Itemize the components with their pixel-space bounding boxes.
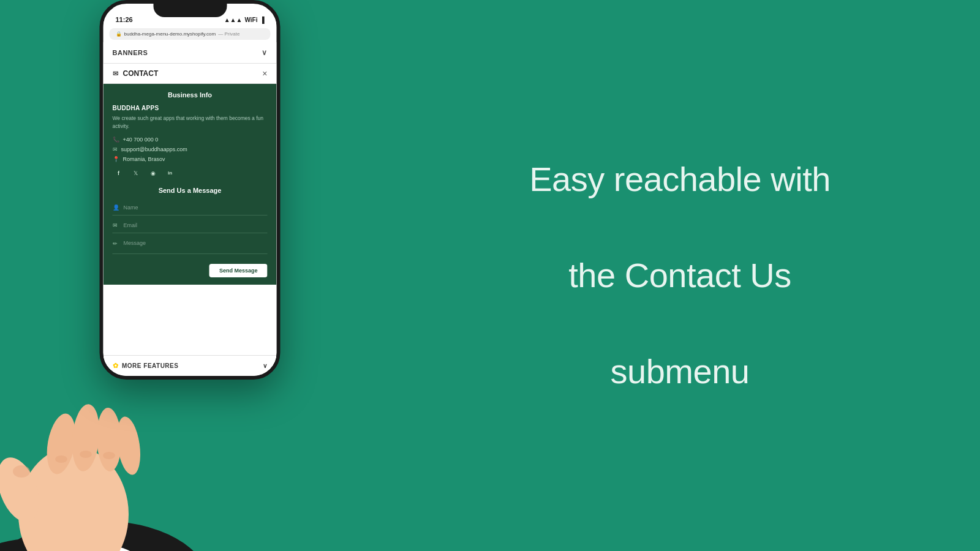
send-message-title: Send Us a Message — [113, 187, 268, 194]
phone-notch — [153, 4, 227, 17]
svg-point-4 — [18, 447, 129, 551]
linkedin-icon[interactable]: in — [164, 167, 176, 179]
company-name: BUDDHA APPS — [113, 105, 268, 111]
contact-header-left: ✉ CONTACT — [113, 69, 159, 78]
tagline-line2: the Contact Us — [568, 256, 791, 294]
send-button-row: Send Message — [113, 259, 268, 277]
svg-point-5 — [0, 452, 47, 528]
svg-point-9 — [113, 415, 143, 476]
business-info-title: Business Info — [113, 91, 268, 99]
svg-point-11 — [80, 451, 92, 458]
close-button[interactable]: × — [262, 69, 267, 78]
tagline-line3: submenu — [611, 352, 750, 391]
email-field-icon: ✉ — [113, 222, 120, 228]
banners-chevron-icon: ∨ — [262, 48, 268, 57]
facebook-icon[interactable]: f — [113, 167, 125, 179]
svg-point-13 — [13, 465, 30, 478]
location-icon: 📍 — [113, 156, 119, 162]
email-address: support@buddhaapps.com — [121, 146, 187, 152]
banners-label: BANNERS — [113, 49, 148, 56]
right-panel: Easy reachable with the Contact Us subme… — [380, 0, 980, 551]
social-icons: f 𝕏 ◉ in — [113, 167, 268, 179]
lock-icon: 🔒 — [116, 31, 122, 37]
svg-point-6 — [43, 411, 80, 476]
location-text: Romania, Brasov — [123, 156, 165, 162]
svg-point-7 — [69, 403, 102, 472]
signal-icon: ▲▲▲ — [224, 17, 243, 23]
phone-icon: 📞 — [113, 137, 119, 143]
tagline-line1: Easy reachable with — [529, 160, 831, 198]
svg-point-2 — [18, 542, 141, 551]
location-row: 📍 Romania, Brasov — [113, 156, 268, 162]
phone-content: BANNERS ∨ ✉ CONTACT × Business Info BUDD… — [104, 42, 277, 372]
twitter-icon[interactable]: 𝕏 — [130, 167, 142, 179]
banners-menu-row[interactable]: BANNERS ∨ — [104, 42, 277, 64]
email-icon: ✉ — [113, 146, 118, 152]
status-icons: ▲▲▲ WiFi ▐ — [224, 17, 265, 23]
contact-label: CONTACT — [123, 69, 159, 78]
more-features-chevron-icon: ∨ — [263, 362, 268, 369]
name-placeholder: Name — [124, 204, 138, 211]
svg-point-8 — [96, 407, 123, 471]
more-features-left: ✿ MORE FEATURES — [113, 362, 179, 370]
phone-row: 📞 +40 700 000 0 — [113, 137, 268, 143]
more-features-row[interactable]: ✿ MORE FEATURES ∨ — [104, 355, 277, 372]
private-label: — Private — [218, 31, 239, 37]
company-description: We create such great apps that working w… — [113, 114, 268, 130]
phone-frame: 11:26 ▲▲▲ WiFi ▐ 🔒 buddha-mega-menu-demo… — [100, 0, 281, 380]
status-time: 11:26 — [116, 16, 133, 23]
url-text: buddha-mega-menu-demo.myshopify.com — [124, 31, 216, 37]
url-bar[interactable]: 🔒 buddha-mega-menu-demo.myshopify.com — … — [110, 28, 271, 40]
svg-point-0 — [0, 520, 208, 551]
name-field[interactable]: 👤 Name — [113, 200, 268, 216]
instagram-icon[interactable]: ◉ — [147, 167, 159, 179]
user-icon: 👤 — [113, 204, 120, 211]
more-features-label: MORE FEATURES — [122, 362, 178, 369]
envelope-icon: ✉ — [113, 70, 118, 78]
phone-number: +40 700 000 0 — [123, 137, 159, 143]
battery-icon: ▐ — [260, 17, 264, 23]
send-message-button[interactable]: Send Message — [209, 264, 268, 277]
svg-point-12 — [103, 452, 115, 459]
left-panel: 11:26 ▲▲▲ WiFi ▐ 🔒 buddha-mega-menu-demo… — [0, 0, 380, 551]
features-gear-icon: ✿ — [113, 362, 119, 370]
email-placeholder: Email — [124, 222, 138, 228]
email-row: ✉ support@buddhaapps.com — [113, 146, 268, 152]
message-field[interactable]: ✏ Message — [113, 236, 268, 254]
message-icon: ✏ — [113, 241, 120, 247]
contact-content: Business Info BUDDHA APPS We create such… — [104, 84, 277, 285]
svg-point-1 — [0, 539, 104, 551]
message-placeholder: Message — [124, 240, 146, 246]
tagline: Easy reachable with the Contact Us subme… — [529, 156, 831, 395]
svg-point-10 — [55, 455, 67, 463]
wifi-icon: WiFi — [244, 17, 257, 23]
contact-header: ✉ CONTACT × — [104, 64, 277, 84]
email-field[interactable]: ✉ Email — [113, 218, 268, 233]
